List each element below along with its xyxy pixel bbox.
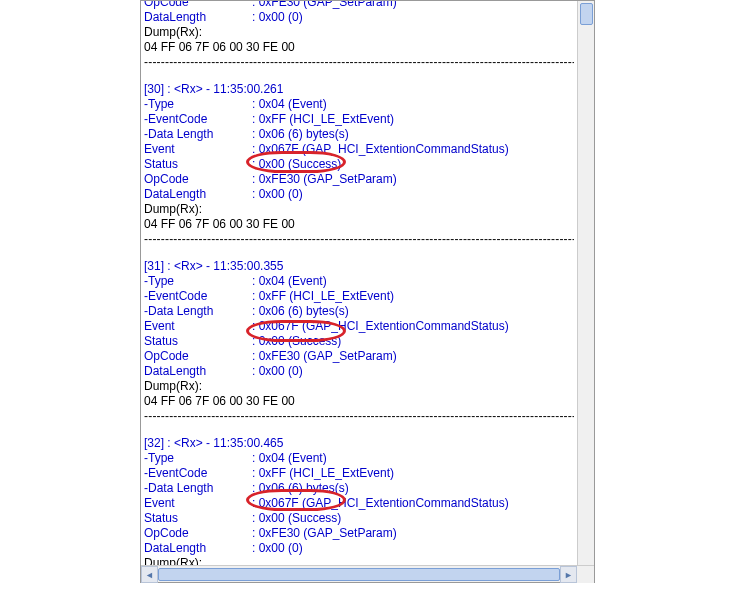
event-label: Event (144, 496, 252, 511)
dump-hex: 04 FF 06 7F 06 00 30 FE 00 (144, 217, 574, 232)
event-value: : 0x067F (GAP_HCI_ExtentionCommandStatus… (252, 496, 509, 511)
dump-label: Dump(Rx): (144, 25, 574, 40)
field-row: -EventCode: 0xFF (HCI_LE_ExtEvent) (144, 289, 574, 304)
eventcode-label: -EventCode (144, 466, 252, 481)
field-row: -Data Length: 0x06 (6) bytes(s) (144, 304, 574, 319)
field-row: OpCode: 0xFE30 (GAP_SetParam) (144, 526, 574, 541)
scroll-left-button[interactable]: ◄ (141, 566, 158, 583)
datalength2-label: DataLength (144, 541, 252, 556)
eventcode-value: : 0xFF (HCI_LE_ExtEvent) (252, 289, 394, 304)
entry-header: [30] : <Rx> - 11:35:00.261 (144, 82, 574, 97)
field-row: -EventCode: 0xFF (HCI_LE_ExtEvent) (144, 112, 574, 127)
type-label: -Type (144, 97, 252, 112)
status-value: : 0x00 (Success) (252, 334, 341, 349)
type-label: -Type (144, 274, 252, 289)
field-row: -Type: 0x04 (Event) (144, 451, 574, 466)
field-row: -Data Length: 0x06 (6) bytes(s) (144, 127, 574, 142)
datalength-label: -Data Length (144, 304, 252, 319)
eventcode-value: : 0xFF (HCI_LE_ExtEvent) (252, 466, 394, 481)
vertical-scrollbar[interactable] (577, 1, 594, 565)
field-row: -Data Length: 0x06 (6) bytes(s) (144, 481, 574, 496)
field-row: OpCode: 0xFE30 (GAP_SetParam) (144, 172, 574, 187)
opcode-label: OpCode (144, 1, 252, 10)
datalength2-value: : 0x00 (0) (252, 364, 303, 379)
field-row: DataLength: 0x00 (0) (144, 541, 574, 556)
opcode-value: : 0xFE30 (GAP_SetParam) (252, 349, 397, 364)
event-label: Event (144, 319, 252, 334)
opcode-value: : 0xFE30 (GAP_SetParam) (252, 526, 397, 541)
field-row: -Type: 0x04 (Event) (144, 97, 574, 112)
opcode-label: OpCode (144, 172, 252, 187)
opcode-value: : 0xFE30 (GAP_SetParam) (252, 1, 397, 10)
event-label: Event (144, 142, 252, 157)
field-row: Event: 0x067F (GAP_HCI_ExtentionCommandS… (144, 496, 574, 511)
entry-header: [31] : <Rx> - 11:35:00.355 (144, 259, 574, 274)
eventcode-label: -EventCode (144, 112, 252, 127)
field-row: DataLength : 0x00 (0) (144, 10, 574, 25)
separator-line: ----------------------------------------… (144, 55, 574, 70)
scroll-right-button[interactable]: ► (560, 566, 577, 583)
log-content[interactable]: OpCode : 0xFE30 (GAP_SetParam) DataLengt… (144, 1, 574, 565)
opcode-label: OpCode (144, 526, 252, 541)
type-value: : 0x04 (Event) (252, 451, 327, 466)
opcode-value: : 0xFE30 (GAP_SetParam) (252, 172, 397, 187)
status-label: Status (144, 511, 252, 526)
datalength-label: -Data Length (144, 481, 252, 496)
field-row: OpCode : 0xFE30 (GAP_SetParam) (144, 1, 574, 10)
field-row: OpCode: 0xFE30 (GAP_SetParam) (144, 349, 574, 364)
field-row: -Type: 0x04 (Event) (144, 274, 574, 289)
status-label: Status (144, 157, 252, 172)
event-value: : 0x067F (GAP_HCI_ExtentionCommandStatus… (252, 142, 509, 157)
scrollbar-thumb[interactable] (580, 3, 593, 25)
log-panel: OpCode : 0xFE30 (GAP_SetParam) DataLengt… (140, 0, 595, 583)
separator-line: ----------------------------------------… (144, 409, 574, 424)
separator-line: ----------------------------------------… (144, 232, 574, 247)
datalength2-value: : 0x00 (0) (252, 541, 303, 556)
field-row: Event: 0x067F (GAP_HCI_ExtentionCommandS… (144, 142, 574, 157)
opcode-label: OpCode (144, 349, 252, 364)
datalength-value: : 0x00 (0) (252, 10, 303, 25)
datalength-value: : 0x06 (6) bytes(s) (252, 127, 349, 142)
type-value: : 0x04 (Event) (252, 97, 327, 112)
eventcode-value: : 0xFF (HCI_LE_ExtEvent) (252, 112, 394, 127)
entry-header: [32] : <Rx> - 11:35:00.465 (144, 436, 574, 451)
datalength-value: : 0x06 (6) bytes(s) (252, 304, 349, 319)
dump-hex: 04 FF 06 7F 06 00 30 FE 00 (144, 40, 574, 55)
field-row: DataLength: 0x00 (0) (144, 364, 574, 379)
field-row: -EventCode: 0xFF (HCI_LE_ExtEvent) (144, 466, 574, 481)
field-row: Status: 0x00 (Success) (144, 157, 574, 172)
datalength2-value: : 0x00 (0) (252, 187, 303, 202)
dump-label: Dump(Rx): (144, 556, 574, 565)
datalength-label: -Data Length (144, 127, 252, 142)
field-row: Status: 0x00 (Success) (144, 334, 574, 349)
status-value: : 0x00 (Success) (252, 157, 341, 172)
field-row: Status: 0x00 (Success) (144, 511, 574, 526)
dump-label: Dump(Rx): (144, 202, 574, 217)
dump-hex: 04 FF 06 7F 06 00 30 FE 00 (144, 394, 574, 409)
status-label: Status (144, 334, 252, 349)
event-value: : 0x067F (GAP_HCI_ExtentionCommandStatus… (252, 319, 509, 334)
datalength-label: DataLength (144, 10, 252, 25)
scrollbar-corner (577, 566, 594, 583)
dump-label: Dump(Rx): (144, 379, 574, 394)
datalength-value: : 0x06 (6) bytes(s) (252, 481, 349, 496)
horizontal-scrollbar[interactable]: ◄ ► (141, 565, 594, 582)
field-row: DataLength: 0x00 (0) (144, 187, 574, 202)
type-label: -Type (144, 451, 252, 466)
eventcode-label: -EventCode (144, 289, 252, 304)
datalength2-label: DataLength (144, 364, 252, 379)
field-row: Event: 0x067F (GAP_HCI_ExtentionCommandS… (144, 319, 574, 334)
datalength2-label: DataLength (144, 187, 252, 202)
type-value: : 0x04 (Event) (252, 274, 327, 289)
status-value: : 0x00 (Success) (252, 511, 341, 526)
scrollbar-thumb[interactable] (158, 568, 560, 581)
